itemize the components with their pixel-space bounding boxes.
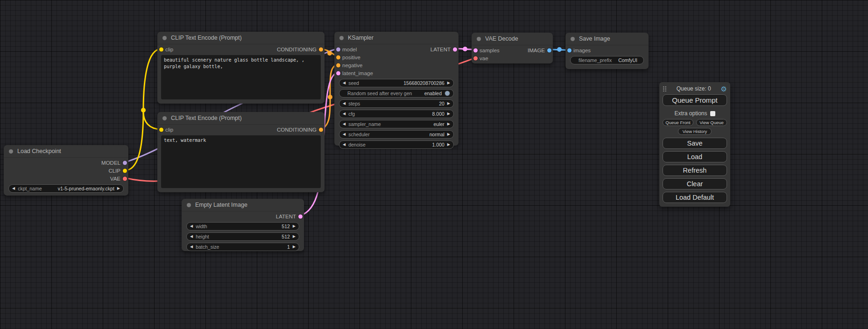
collapse-dot-icon[interactable] xyxy=(162,36,167,40)
cfg-widget[interactable]: ◀ cfg 8.000 ▶ xyxy=(339,110,454,118)
node-vae-decode[interactable]: VAE Decode samples IMAGE vae xyxy=(472,33,553,63)
drag-handle-icon[interactable] xyxy=(663,86,667,91)
port-clip-input[interactable] xyxy=(159,47,163,51)
arrow-left-icon[interactable]: ◀ xyxy=(343,102,346,105)
io-row: model LATENT xyxy=(334,45,459,53)
load-button[interactable]: Load xyxy=(663,151,727,162)
toggle-enabled-icon[interactable] xyxy=(445,91,450,96)
link-dot-clip[interactable] xyxy=(141,108,146,112)
load-default-button[interactable]: Load Default xyxy=(663,192,727,203)
node-header: CLIP Text Encode (Prompt) xyxy=(157,32,325,44)
queue-front-button[interactable]: Queue Front xyxy=(663,119,693,126)
link-dot-latent[interactable] xyxy=(463,47,467,51)
node-title: Empty Latent Image xyxy=(195,202,247,208)
arrow-left-icon[interactable]: ◀ xyxy=(190,245,193,249)
arrow-left-icon[interactable]: ◀ xyxy=(190,224,193,228)
io-row: positive xyxy=(334,53,459,61)
queue-panel: Queue size: 0 ⚙ Queue Prompt Extra optio… xyxy=(659,82,730,207)
view-queue-button[interactable]: View Queue xyxy=(696,119,727,126)
port-conditioning-output[interactable] xyxy=(319,127,323,132)
negative-prompt-textarea[interactable]: text, watermark xyxy=(161,135,321,188)
port-conditioning-output[interactable] xyxy=(319,47,323,51)
io-row: samples IMAGE xyxy=(472,46,553,54)
collapse-dot-icon[interactable] xyxy=(571,37,575,41)
node-title: KSampler xyxy=(348,35,374,41)
collapse-dot-icon[interactable] xyxy=(187,203,191,207)
arrow-left-icon[interactable]: ◀ xyxy=(343,133,346,136)
port-clip-input[interactable] xyxy=(159,127,163,132)
seed-widget[interactable]: ◀ seed 156680208700286 ▶ xyxy=(339,79,454,87)
port-positive-input[interactable] xyxy=(336,55,340,59)
collapse-dot-icon[interactable] xyxy=(9,149,13,154)
port-vae-input[interactable] xyxy=(473,56,478,60)
refresh-button[interactable]: Refresh xyxy=(663,165,727,176)
steps-widget[interactable]: ◀ steps 20 ▶ xyxy=(339,99,454,108)
arrow-right-icon[interactable]: ▶ xyxy=(293,235,296,238)
arrow-right-icon[interactable]: ▶ xyxy=(447,112,450,116)
batch-size-widget[interactable]: ◀ batch_size 1 ▶ xyxy=(186,243,299,251)
output-row: VAE xyxy=(4,175,128,182)
io-row: negative xyxy=(334,61,459,69)
filename-prefix-widget[interactable]: filename_prefix ComfyUI xyxy=(570,56,644,64)
port-clip-output[interactable] xyxy=(123,168,127,173)
link-dot-negative[interactable] xyxy=(328,95,332,99)
node-empty-latent-image[interactable]: Empty Latent Image LATENT ◀ width 512 ▶ … xyxy=(182,199,304,251)
arrow-left-icon[interactable]: ◀ xyxy=(343,81,346,85)
arrow-left-icon[interactable]: ◀ xyxy=(190,235,193,238)
link-dot-positive[interactable] xyxy=(327,51,332,56)
width-widget[interactable]: ◀ width 512 ▶ xyxy=(186,222,299,231)
extra-options-checkbox[interactable] xyxy=(710,111,715,116)
port-vae-output[interactable] xyxy=(123,176,127,181)
port-negative-input[interactable] xyxy=(336,63,340,67)
port-latent-image-input[interactable] xyxy=(336,71,340,75)
collapse-dot-icon[interactable] xyxy=(162,116,167,120)
node-save-image[interactable]: Save Image images filename_prefix ComfyU… xyxy=(565,33,649,69)
port-latent-output[interactable] xyxy=(453,47,457,51)
port-model-input[interactable] xyxy=(336,47,340,51)
port-model-output[interactable] xyxy=(123,161,127,165)
arrow-right-icon[interactable]: ▶ xyxy=(447,102,450,105)
arrow-right-icon[interactable]: ▶ xyxy=(447,122,450,126)
arrow-right-icon[interactable]: ▶ xyxy=(447,143,450,147)
port-image-output[interactable] xyxy=(547,48,551,52)
arrow-right-icon[interactable]: ▶ xyxy=(293,245,296,249)
arrow-right-icon[interactable]: ▶ xyxy=(117,187,120,190)
height-widget[interactable]: ◀ height 512 ▶ xyxy=(186,232,299,241)
node-title: CLIP Text Encode (Prompt) xyxy=(171,35,242,41)
collapse-dot-icon[interactable] xyxy=(477,37,481,41)
io-row: latent_image xyxy=(334,69,459,77)
node-clip-text-encode-negative[interactable]: CLIP Text Encode (Prompt) clip CONDITION… xyxy=(157,112,325,192)
save-button[interactable]: Save xyxy=(663,138,727,149)
arrow-left-icon[interactable]: ◀ xyxy=(343,143,346,147)
random-seed-toggle-widget[interactable]: Random seed after every gen enabled xyxy=(339,89,454,98)
arrow-left-icon[interactable]: ◀ xyxy=(12,187,15,190)
port-images-input[interactable] xyxy=(567,48,572,52)
extra-options-row: Extra options xyxy=(663,110,727,117)
arrow-left-icon[interactable]: ◀ xyxy=(343,122,346,126)
sampler-name-widget[interactable]: ◀ sampler_name euler ▶ xyxy=(339,120,454,128)
link-dot-image[interactable] xyxy=(557,47,562,52)
node-title: Load Checkpoint xyxy=(17,148,61,154)
node-title: CLIP Text Encode (Prompt) xyxy=(171,115,242,121)
arrow-right-icon[interactable]: ▶ xyxy=(293,224,296,228)
node-header: Load Checkpoint xyxy=(4,145,128,158)
collapse-dot-icon[interactable] xyxy=(339,36,344,40)
settings-gear-icon[interactable]: ⚙ xyxy=(721,85,727,92)
io-row: clip CONDITIONING xyxy=(157,126,325,133)
node-header: Empty Latent Image xyxy=(182,199,304,211)
port-samples-input[interactable] xyxy=(473,48,478,52)
ckpt-name-widget[interactable]: ◀ ckpt_name v1-5-pruned-emaonly.ckpt ▶ xyxy=(8,184,124,193)
port-latent-output[interactable] xyxy=(298,214,303,218)
node-load-checkpoint[interactable]: Load Checkpoint MODEL CLIP VAE ◀ ckpt_na… xyxy=(4,145,128,196)
denoise-widget[interactable]: ◀ denoise 1.000 ▶ xyxy=(339,140,454,149)
arrow-right-icon[interactable]: ▶ xyxy=(447,81,450,85)
arrow-right-icon[interactable]: ▶ xyxy=(447,133,450,136)
arrow-left-icon[interactable]: ◀ xyxy=(343,112,346,116)
node-clip-text-encode-positive[interactable]: CLIP Text Encode (Prompt) clip CONDITION… xyxy=(157,32,325,104)
view-history-button[interactable]: View History xyxy=(678,128,712,135)
node-ksampler[interactable]: KSampler model LATENT positive negative … xyxy=(334,32,459,146)
queue-prompt-button[interactable]: Queue Prompt xyxy=(663,94,727,106)
positive-prompt-textarea[interactable]: beautiful scenery nature glass bottle la… xyxy=(161,55,321,99)
clear-button[interactable]: Clear xyxy=(663,178,727,189)
scheduler-widget[interactable]: ◀ scheduler normal ▶ xyxy=(339,130,454,139)
